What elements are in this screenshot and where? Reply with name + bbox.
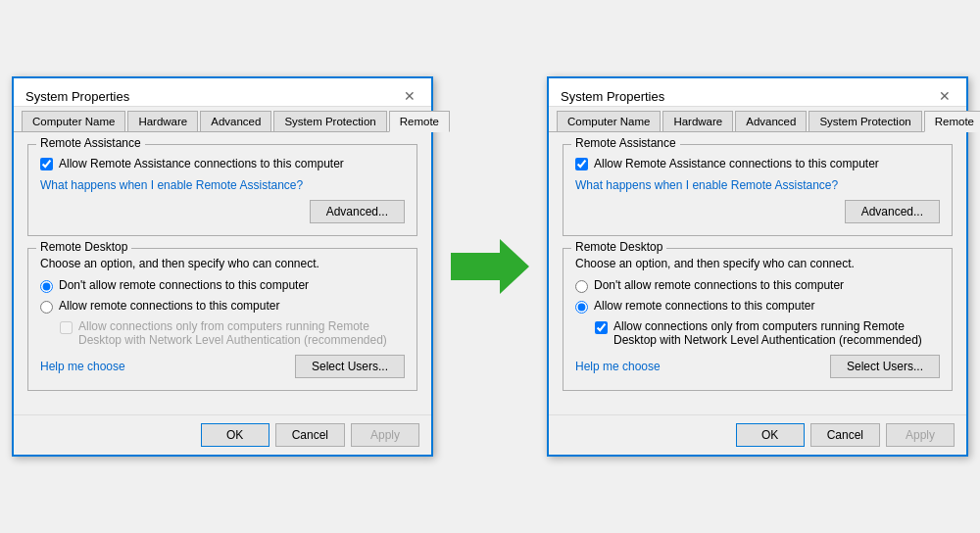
tab-advanced-right[interactable]: Advanced — [735, 111, 807, 131]
dialog-right: System Properties ✕ Computer Name Hardwa… — [547, 76, 968, 457]
ra-advanced-btn-row-left: Advanced... — [40, 200, 405, 223]
tab-system-protection-right[interactable]: System Protection — [808, 111, 921, 131]
tab-remote-left[interactable]: Remote — [389, 111, 450, 132]
allow-ra-label-right: Allow Remote Assistance connections to t… — [594, 157, 879, 170]
tabs-right: Computer Name Hardware Advanced System P… — [549, 107, 966, 132]
green-arrow — [451, 239, 529, 294]
ra-help-link-right[interactable]: What happens when I enable Remote Assist… — [575, 178, 838, 192]
allow-ra-checkbox-row-right: Allow Remote Assistance connections to t… — [575, 157, 940, 170]
remote-assistance-group-left: Remote Assistance Allow Remote Assistanc… — [27, 144, 417, 236]
rd-option1-radio-right[interactable] — [575, 280, 588, 293]
tab-computer-name-right[interactable]: Computer Name — [557, 111, 661, 131]
ra-advanced-button-left[interactable]: Advanced... — [310, 200, 405, 223]
tabs-left: Computer Name Hardware Advanced System P… — [14, 107, 431, 132]
rd-sub-label-left: Allow connections only from computers ru… — [78, 319, 405, 347]
remote-desktop-group-left: Remote Desktop Choose an option, and the… — [27, 248, 417, 391]
allow-ra-checkbox-right[interactable] — [575, 158, 588, 170]
remote-desktop-group-right: Remote Desktop Choose an option, and the… — [563, 248, 953, 391]
rd-sub-checkbox-right[interactable] — [595, 321, 608, 334]
apply-button-right[interactable]: Apply — [886, 423, 955, 447]
rd-bottom-row-left: Help me choose Select Users... — [40, 355, 405, 378]
rd-sub-checkbox-left[interactable] — [60, 321, 73, 334]
rd-select-users-button-right[interactable]: Select Users... — [830, 355, 940, 378]
footer-right: OK Cancel Apply — [549, 414, 966, 455]
remote-assistance-label-left: Remote Assistance — [36, 136, 145, 150]
rd-bottom-row-right: Help me choose Select Users... — [575, 355, 940, 378]
title-bar-left: System Properties ✕ — [14, 78, 431, 107]
arrow-head — [500, 239, 529, 294]
ok-button-right[interactable]: OK — [736, 423, 805, 447]
title-right: System Properties — [561, 89, 664, 104]
remote-desktop-label-right: Remote Desktop — [571, 240, 666, 254]
cancel-button-left[interactable]: Cancel — [275, 423, 345, 447]
rd-option1-row-right: Don't allow remote connections to this c… — [575, 278, 940, 293]
arrow-body — [451, 253, 500, 280]
rd-help-link-left[interactable]: Help me choose — [40, 360, 125, 373]
title-bar-right: System Properties ✕ — [549, 78, 966, 107]
rd-sub-checkbox-row-right: Allow connections only from computers ru… — [595, 319, 940, 347]
ra-advanced-button-right[interactable]: Advanced... — [845, 200, 940, 223]
rd-option1-row-left: Don't allow remote connections to this c… — [40, 278, 405, 293]
rd-option2-label-left: Allow remote connections to this compute… — [59, 299, 279, 313]
content-right: Remote Assistance Allow Remote Assistanc… — [549, 132, 966, 414]
footer-left: OK Cancel Apply — [14, 414, 431, 455]
ok-button-left[interactable]: OK — [201, 423, 270, 447]
rd-intro-right: Choose an option, and then specify who c… — [575, 257, 940, 270]
title-left: System Properties — [25, 89, 129, 104]
rd-select-users-button-left[interactable]: Select Users... — [295, 355, 405, 378]
remote-assistance-group-right: Remote Assistance Allow Remote Assistanc… — [563, 144, 953, 236]
ra-help-link-left[interactable]: What happens when I enable Remote Assist… — [40, 178, 303, 192]
close-button-left[interactable]: ✕ — [400, 86, 419, 106]
rd-sub-label-right: Allow connections only from computers ru… — [613, 319, 940, 347]
rd-option1-radio-left[interactable] — [40, 280, 53, 293]
cancel-button-right[interactable]: Cancel — [810, 423, 880, 447]
allow-ra-checkbox-left[interactable] — [40, 158, 53, 170]
rd-option1-label-right: Don't allow remote connections to this c… — [594, 278, 844, 292]
rd-option1-label-left: Don't allow remote connections to this c… — [59, 278, 309, 292]
rd-intro-left: Choose an option, and then specify who c… — [40, 257, 405, 270]
rd-help-link-right[interactable]: Help me choose — [575, 360, 661, 373]
tab-advanced-left[interactable]: Advanced — [200, 111, 271, 131]
tab-computer-name-left[interactable]: Computer Name — [22, 111, 125, 131]
rd-option2-row-right: Allow remote connections to this compute… — [575, 299, 940, 314]
close-button-right[interactable]: ✕ — [935, 86, 955, 106]
allow-ra-checkbox-row-left: Allow Remote Assistance connections to t… — [40, 157, 405, 170]
rd-option2-label-right: Allow remote connections to this compute… — [594, 299, 814, 313]
apply-button-left[interactable]: Apply — [351, 423, 419, 447]
rd-option2-radio-left[interactable] — [40, 301, 53, 314]
arrow-container — [451, 239, 529, 294]
scene: System Properties ✕ Computer Name Hardwa… — [0, 0, 980, 533]
tab-hardware-left[interactable]: Hardware — [127, 111, 198, 131]
content-left: Remote Assistance Allow Remote Assistanc… — [14, 132, 431, 414]
remote-desktop-label-left: Remote Desktop — [36, 240, 131, 254]
rd-sub-checkbox-row-left: Allow connections only from computers ru… — [60, 319, 405, 347]
tab-system-protection-left[interactable]: System Protection — [273, 111, 386, 131]
tab-remote-right[interactable]: Remote — [924, 111, 980, 132]
ra-advanced-btn-row-right: Advanced... — [575, 200, 940, 223]
rd-option2-row-left: Allow remote connections to this compute… — [40, 299, 405, 314]
tab-hardware-right[interactable]: Hardware — [662, 111, 733, 131]
dialog-left: System Properties ✕ Computer Name Hardwa… — [12, 76, 433, 457]
remote-assistance-label-right: Remote Assistance — [571, 136, 680, 150]
allow-ra-label-left: Allow Remote Assistance connections to t… — [59, 157, 344, 170]
rd-option2-radio-right[interactable] — [575, 301, 588, 314]
